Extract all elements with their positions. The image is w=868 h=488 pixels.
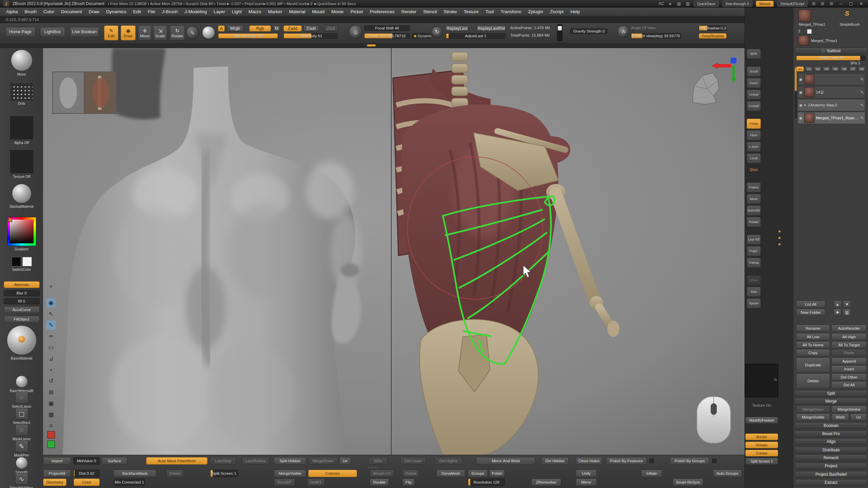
merge-section-header[interactable]: Merge	[795, 398, 867, 405]
document-scroll-handle[interactable]	[367, 44, 376, 46]
subtool-section-header[interactable]: Subtool	[795, 47, 867, 54]
accucurve-button[interactable]: AccuCurve	[4, 306, 40, 313]
layout-grid-icon-3[interactable]: ⊞	[829, 1, 834, 6]
menu-item-render[interactable]: Render	[398, 9, 420, 14]
mrgb-button[interactable]: Mrgb	[227, 25, 243, 32]
version-v7-button[interactable]: V7	[849, 66, 857, 72]
menu-item-material[interactable]: Material	[286, 9, 309, 14]
eye-icon[interactable]: ◉	[799, 103, 803, 107]
list-all-button[interactable]: List All	[796, 301, 825, 308]
menu-item-draw[interactable]: Draw	[85, 9, 103, 14]
subtool-row-2[interactable]: ◉14강✎	[797, 86, 865, 98]
menu-item-stroke[interactable]: Stroke	[440, 9, 460, 14]
import-button[interactable]: Import	[43, 457, 71, 465]
polish-button[interactable]: Polish	[489, 470, 505, 477]
mirror-and-weld-button[interactable]: Mirror And Weld	[476, 457, 535, 465]
z-intensity-51-slider[interactable]: Z Intensity 51	[283, 33, 338, 39]
move-thumbnail[interactable]	[11, 49, 33, 71]
sdiv-button[interactable]: SDiv	[369, 457, 388, 465]
groups-button[interactable]: Groups	[745, 442, 778, 448]
stroke-dots-thumbnail[interactable]	[11, 83, 33, 100]
sdiv-stepper[interactable]: ‹‹ ▪ ››	[368, 466, 377, 469]
left-shelf-item-accucurve[interactable]: AccuCurve	[0, 306, 43, 313]
auto-groups-button[interactable]: Auto Groups	[713, 470, 742, 477]
menu-item-light[interactable]: Light	[229, 9, 245, 14]
gravity-strength-0-slider[interactable]: Gravity Strength 0	[570, 28, 608, 34]
mergesimilar-button[interactable]: MergeSimilar	[831, 406, 867, 413]
new-folder-button[interactable]: New Folder	[796, 309, 825, 316]
field-of-view-deg-39-59775-slider[interactable]: Field of view(deg) 39.59775	[631, 33, 681, 39]
smart-resym-button[interactable]: Smart ReSym	[673, 479, 703, 486]
menu-item-file[interactable]: File	[144, 9, 159, 14]
move-up-button[interactable]: ▲	[833, 301, 842, 308]
menu-item-preferences[interactable]: Preferences	[367, 9, 398, 14]
dot-icon[interactable]: •	[46, 365, 56, 374]
menus-button[interactable]: Menus	[756, 1, 774, 7]
record-icon[interactable]: ●	[667, 1, 673, 6]
visible-count-slider[interactable]: Visible Count 14	[796, 56, 866, 61]
left-shelf-item-startupmaterial[interactable]: StartupMaterial	[0, 184, 43, 208]
a-button[interactable]: A	[218, 25, 225, 32]
polish-by-groups-button[interactable]: Polish By Groups	[670, 457, 709, 465]
switch-color-swatches[interactable]	[12, 257, 32, 266]
project-section-header[interactable]: Project	[795, 463, 867, 469]
folder-add-icon[interactable]: ✚	[833, 309, 842, 316]
left-shelf-item-basicmaterialb[interactable]: BasicMaterialB	[0, 375, 43, 393]
split-section-header[interactable]: Split	[795, 390, 867, 397]
inflate-button[interactable]: Inflate	[641, 470, 662, 477]
eraser-icon[interactable]: ▭	[46, 343, 56, 352]
comment-icon[interactable]: ▣	[46, 399, 56, 408]
menu-item-dynamics[interactable]: Dynamics	[103, 9, 130, 14]
m-button[interactable]: M	[273, 25, 280, 32]
menu-item-j-modeling[interactable]: J-Modeling	[181, 9, 210, 14]
delete-button[interactable]: Delete	[796, 373, 830, 388]
del-hidden-button[interactable]: Del Hidden	[541, 457, 569, 465]
rgb-button[interactable]: Rgb	[249, 25, 271, 32]
version-v8-button[interactable]: V8	[858, 66, 866, 72]
left-shelf-item-alternate[interactable]: Alternate	[0, 281, 43, 288]
crease-button[interactable]: Crease	[745, 450, 778, 456]
zsub-button[interactable]: Zsub	[303, 25, 319, 32]
replaylast-button[interactable]: ReplayLast	[446, 25, 468, 32]
left-shelf-item-selectlasso[interactable]: ◌SelectLasso	[0, 392, 43, 408]
dynamic-toggle[interactable]: Dynamic	[412, 33, 431, 39]
brush-edit-icon[interactable]: ✎	[861, 77, 864, 82]
pencil-icon[interactable]: ✑	[46, 332, 56, 341]
draw-button[interactable]: ◉Draw	[121, 25, 136, 40]
camera-icon[interactable]: ✇	[617, 25, 630, 38]
objshadow-0-3-slider[interactable]: ObjShadow 0.3	[699, 25, 727, 31]
copy-button[interactable]: Copy	[796, 349, 830, 356]
split-screen-slider[interactable]: Split Screen 1	[745, 458, 778, 465]
pen-icon[interactable]: ✎	[46, 321, 56, 330]
green-swatch[interactable]	[47, 441, 55, 448]
menu-item-tool[interactable]: Tool	[482, 9, 497, 14]
replaylastrel-button[interactable]: ReplayLastRel	[477, 25, 506, 32]
menu-item-mould[interactable]: Mould	[309, 9, 328, 14]
draw-size-119-78716-slider[interactable]: Draw Size 119.78716	[364, 33, 410, 39]
gravity-direction-gauge[interactable]	[557, 24, 563, 41]
menu-item-alpha[interactable]: Alpha	[3, 9, 21, 14]
document-canvas[interactable]: ⌖◉↖✎✑▭⊿•↺⊠▣▦≡	[43, 48, 745, 455]
mergevisible-button[interactable]: MergeVisible	[274, 470, 306, 477]
focal-icon[interactable]: ◎	[349, 25, 362, 39]
left-shelf-item-selectrect[interactable]: ▢SelectRect	[0, 408, 43, 425]
corner-preview-thumbnails[interactable]	[53, 72, 116, 114]
menu-item-texture[interactable]: Texture	[460, 9, 482, 14]
cursor-icon[interactable]: ↖	[46, 309, 56, 319]
unify-button[interactable]: Unify	[576, 470, 597, 477]
menu-item-macro[interactable]: Macro	[245, 9, 265, 14]
mirror-button[interactable]: Mirror	[576, 479, 597, 486]
left-shelf-item-fillobject[interactable]: FillObject	[0, 316, 43, 323]
active-tool-thumbnail[interactable]	[798, 9, 811, 22]
basicmaterialb-thumbnail[interactable]	[16, 375, 28, 388]
default-zscript-button[interactable]: DefaultZScript	[777, 1, 808, 7]
edit-button[interactable]: ✎Edit	[104, 25, 118, 40]
project-basrelief-section-header[interactable]: Project BasRelief	[795, 471, 867, 478]
texture-preview[interactable]: Te	[745, 364, 778, 397]
menu-item-movie[interactable]: Movie	[328, 9, 347, 14]
uv-button[interactable]: Uv	[850, 413, 867, 421]
color-picker[interactable]	[7, 217, 36, 246]
trash-icon[interactable]: ⊠	[46, 388, 56, 397]
move-down-button[interactable]: ▼	[843, 301, 851, 308]
panel-left-icon[interactable]: ▤	[676, 1, 682, 6]
